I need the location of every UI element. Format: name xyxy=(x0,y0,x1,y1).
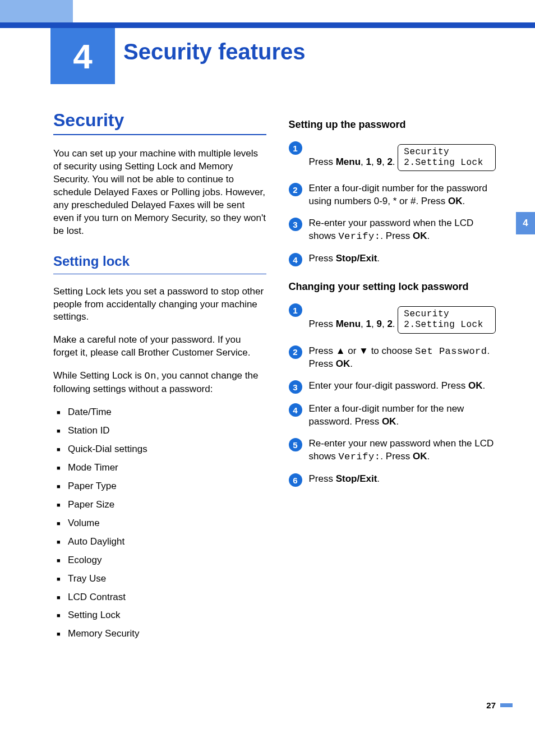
lcd-display: Security 2.Setting Lock xyxy=(398,144,496,171)
key-label: 2 xyxy=(387,156,392,167)
text-fragment: . xyxy=(377,473,380,484)
chapter-number-box: 4 xyxy=(50,28,115,84)
header-accent-light xyxy=(0,0,73,22)
step-text: Enter a four-digit number for the new pa… xyxy=(309,403,502,428)
list-item: Paper Type xyxy=(57,480,266,493)
step-b1: 1 Press Menu, 1, 9, 2. Security 2.Settin… xyxy=(289,303,502,335)
text-fragment: or xyxy=(345,345,359,356)
list-item: Ecology xyxy=(57,554,266,567)
key-label: OK xyxy=(468,380,483,391)
step-a1: 1 Press Menu, 1, 9, 2. Security 2.Settin… xyxy=(289,141,502,173)
heading-change-password: Changing your setting lock password xyxy=(289,281,502,293)
list-item: Volume xyxy=(57,517,266,530)
step-a2: 2 Enter a four-digit number for the pass… xyxy=(289,182,502,208)
key-label: 1 xyxy=(366,319,371,329)
text-fragment: Press xyxy=(309,319,336,329)
list-item: Station ID xyxy=(57,425,266,437)
key-label: Menu xyxy=(336,156,361,167)
chapter-title: Security features xyxy=(123,39,306,64)
up-arrow-icon: ▲ xyxy=(336,345,345,356)
settings-bullet-list: Date/Time Station ID Quick-Dial settings… xyxy=(57,406,266,640)
text-fragment: . xyxy=(482,380,485,391)
intro-paragraph: You can set up your machine with multipl… xyxy=(53,147,266,238)
text-fragment: , xyxy=(382,156,387,167)
key-label: OK xyxy=(336,358,350,369)
step-a3: 3 Re-enter your password when the LCD sh… xyxy=(289,217,502,243)
key-label: OK xyxy=(448,196,463,206)
inline-code-verify: Verify: xyxy=(338,231,380,242)
key-label: 1 xyxy=(366,156,371,167)
step-number-icon: 4 xyxy=(289,253,302,266)
text-fragment: . xyxy=(393,156,395,167)
lcd-line-2: 2.Setting Lock xyxy=(404,158,490,168)
key-label: Stop/Exit xyxy=(336,253,377,264)
key-label: 9 xyxy=(376,319,381,329)
heading-setup-password: Setting up the password xyxy=(289,119,502,131)
step-text: Press Menu, 1, 9, 2. Security 2.Setting … xyxy=(309,141,502,173)
subsection-heading-setting-lock: Setting lock xyxy=(53,253,266,274)
text-fragment: Press xyxy=(309,253,336,264)
lcd-line-1: Security xyxy=(404,309,490,320)
list-item: Auto Daylight xyxy=(57,536,266,548)
lcd-line-2: 2.Setting Lock xyxy=(404,320,490,330)
text-fragment: , xyxy=(382,319,387,329)
text-fragment: . xyxy=(377,253,380,264)
key-label: Stop/Exit xyxy=(336,473,377,484)
list-item: Tray Use xyxy=(57,573,266,586)
key-label: 9 xyxy=(376,156,381,167)
text-fragment: Press xyxy=(309,156,336,167)
step-text: Press Stop/Exit. xyxy=(309,473,502,486)
text-fragment: to choose xyxy=(368,345,415,356)
section-heading-security: Security xyxy=(53,110,266,135)
text-fragment: . Press xyxy=(380,451,413,462)
step-number-icon: 5 xyxy=(289,438,302,451)
text-fragment: . Press xyxy=(380,231,413,241)
step-text: Press ▲ or ▼ to choose Set Password. Pre… xyxy=(309,345,502,371)
text-fragment: . xyxy=(427,451,430,462)
step-text: Press Stop/Exit. xyxy=(309,252,502,265)
step-number-icon: 4 xyxy=(289,403,302,417)
lcd-display: Security 2.Setting Lock xyxy=(398,306,496,333)
text-fragment: , xyxy=(361,156,366,167)
step-number-icon: 3 xyxy=(289,380,302,394)
step-b2: 2 Press ▲ or ▼ to choose Set Password. P… xyxy=(289,345,502,371)
list-item: Quick-Dial settings xyxy=(57,443,266,456)
text-fragment: Press xyxy=(309,473,336,484)
list-item: Paper Size xyxy=(57,499,266,511)
step-text: Re-enter your new password when the LCD … xyxy=(309,437,502,464)
step-number-icon: 6 xyxy=(289,473,302,487)
step-b3: 3 Enter your four-digit password. Press … xyxy=(289,380,502,394)
list-item: Memory Security xyxy=(57,628,266,640)
inline-code-verify: Verify: xyxy=(338,451,380,462)
text-fragment: . xyxy=(350,358,353,369)
right-column: Setting up the password 1 Press Menu, 1,… xyxy=(289,110,502,646)
step-number-icon: 2 xyxy=(289,345,302,359)
step-text: Enter a four-digit number for the passwo… xyxy=(309,182,502,208)
text-fragment: or #. Press xyxy=(396,196,448,206)
page-number: 27 xyxy=(486,700,496,710)
down-arrow-icon: ▼ xyxy=(359,345,368,356)
step-number-icon: 1 xyxy=(289,303,302,317)
key-label: OK xyxy=(413,231,427,241)
setting-lock-paragraph-2: Make a careful note of your password. If… xyxy=(53,334,266,359)
text-fragment: . xyxy=(396,416,399,427)
lcd-line-1: Security xyxy=(404,147,490,158)
step-b6: 6 Press Stop/Exit. xyxy=(289,473,502,487)
step-text: Re-enter your password when the LCD show… xyxy=(309,217,502,243)
text-fragment: . xyxy=(393,319,395,329)
key-label: OK xyxy=(382,416,396,427)
step-number-icon: 2 xyxy=(289,183,302,196)
list-item: Mode Timer xyxy=(57,462,266,474)
inline-code-set-password: Set Password xyxy=(415,346,487,357)
text-fragment: Press xyxy=(309,345,336,356)
left-column: Security You can set up your machine wit… xyxy=(53,110,266,646)
text-fragment: . xyxy=(463,196,465,206)
text-fragment: . xyxy=(427,231,430,241)
step-text: Press Menu, 1, 9, 2. Security 2.Setting … xyxy=(309,303,502,335)
text-fragment: , xyxy=(361,319,366,329)
header-accent-bar xyxy=(0,22,535,28)
list-item: LCD Contrast xyxy=(57,591,266,604)
step-number-icon: 3 xyxy=(289,218,302,231)
step-a4: 4 Press Stop/Exit. xyxy=(289,252,502,266)
page-body: Security You can set up your machine wit… xyxy=(53,110,501,646)
